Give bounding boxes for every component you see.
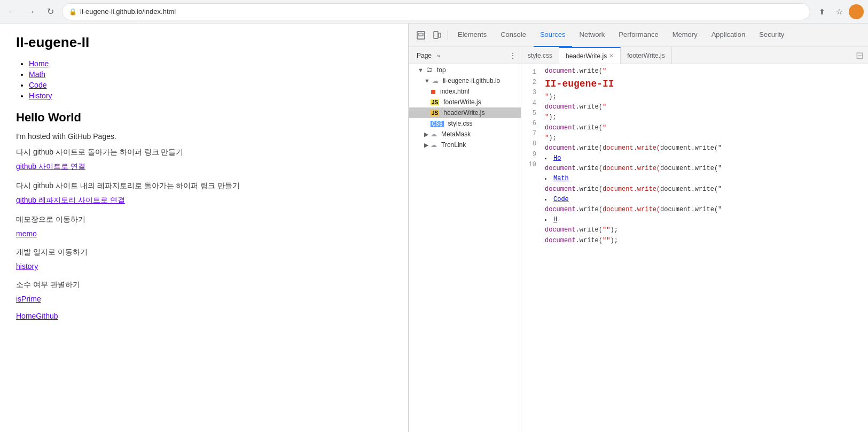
- tab-network[interactable]: Network: [573, 24, 612, 47]
- bookmark-button[interactable]: ☆: [832, 4, 847, 19]
- code-token: document: [545, 124, 576, 132]
- line-number: 7: [521, 129, 536, 139]
- page-paragraph1: I'm hosted with GitHub Pages.: [16, 131, 392, 142]
- nav-link-home[interactable]: Home: [29, 59, 49, 68]
- bottom-block: HomeGithub: [16, 312, 392, 320]
- file-tree-item[interactable]: ▼ 🗂top: [409, 64, 521, 75]
- block3-text: 메모장으로 이동하기: [16, 214, 392, 225]
- reload-button[interactable]: ↻: [43, 4, 58, 19]
- code-line: document.write(document.write(document.w…: [545, 184, 868, 205]
- css-file-icon: CSS: [431, 121, 444, 127]
- block4: 개발 일지로 이동하기 history: [16, 246, 392, 271]
- file-tree-header: Page » ⋮: [409, 47, 521, 64]
- block2-link[interactable]: github 레파지토리 사이트로 연결: [16, 196, 125, 204]
- html-file-icon: ◼: [431, 88, 436, 95]
- devtools-device-button[interactable]: [429, 28, 444, 43]
- nav-link-history[interactable]: History: [29, 91, 52, 100]
- forward-button[interactable]: →: [24, 4, 38, 19]
- block3-link[interactable]: memo: [16, 229, 37, 238]
- section-heading: Hello World: [16, 111, 392, 125]
- editor-tab-headerwrite-js[interactable]: headerWrite.js ✕: [559, 47, 621, 64]
- tab-elements[interactable]: Elements: [451, 24, 493, 47]
- file-name: ii-eugene-ii.github.io: [443, 77, 500, 84]
- file-tree-panel: Page » ⋮ ▼ 🗂top▼ ☁ii-eugene-ii.github.io…: [409, 47, 521, 432]
- block1: 다시 github 사이트로 돌아가는 하이퍼 링크 만들기 github 사이…: [16, 146, 392, 172]
- file-tree-item[interactable]: ▶ ☁MetaMask: [409, 129, 521, 140]
- file-tree-item[interactable]: CSSstyle.css: [409, 118, 521, 129]
- code-token: );: [549, 113, 556, 121]
- folder-box-icon: 🗂: [426, 66, 433, 74]
- cloud-icon: ☁: [432, 77, 439, 84]
- code-token: document: [545, 237, 576, 244]
- file-name: MetaMask: [441, 130, 471, 138]
- lock-icon: 🔒: [69, 8, 77, 16]
- tab-memory[interactable]: Memory: [666, 24, 704, 47]
- folder-icon: ▼: [418, 67, 424, 73]
- editor-tab-style-css[interactable]: style.css: [521, 47, 559, 64]
- code-token: .write(: [576, 67, 603, 75]
- code-token: document: [545, 103, 576, 111]
- code-line: document.write(document.write(document.w…: [545, 143, 868, 164]
- arrow-icon: ▶: [424, 131, 428, 138]
- code-token: .write(: [576, 186, 603, 193]
- code-token: document: [545, 186, 576, 193]
- nav-link-math[interactable]: Math: [29, 70, 45, 79]
- line-number: 4: [521, 98, 536, 109]
- code-token: document: [545, 67, 576, 75]
- file-name: TronLink: [441, 141, 466, 149]
- code-line: document.write(document.write(document.w…: [545, 164, 868, 184]
- block5-link[interactable]: isPrime: [16, 295, 41, 303]
- line-number: 3: [521, 88, 536, 98]
- code-token: );: [549, 93, 556, 101]
- share-button[interactable]: ⬆: [815, 4, 830, 19]
- file-tree-item[interactable]: ▶ ☁TronLink: [409, 140, 521, 150]
- svg-rect-0: [417, 32, 425, 39]
- code-token: document: [545, 226, 576, 234]
- bottom-link[interactable]: HomeGithub: [16, 312, 58, 320]
- code-token: "": [603, 226, 610, 234]
- line-number: 9: [521, 150, 536, 160]
- list-item: History: [29, 91, 392, 100]
- url-text: ii-eugene-ii.github.io/index.html: [80, 7, 176, 16]
- code-lines[interactable]: document.write("II-eugene-II");document.…: [543, 66, 868, 246]
- file-name: style.css: [448, 120, 473, 127]
- tab-sources[interactable]: Sources: [534, 24, 572, 47]
- browser-window: ← → ↻ 🔒 ii-eugene-ii.github.io/index.htm…: [0, 0, 868, 432]
- line-number: 8: [521, 139, 536, 149]
- file-tree-item[interactable]: JSheaderWrite.js: [409, 107, 521, 118]
- block4-link[interactable]: history: [16, 262, 38, 271]
- devtools-body: Page » ⋮ ▼ 🗂top▼ ☁ii-eugene-ii.github.io…: [409, 47, 868, 432]
- file-name: top: [437, 66, 446, 74]
- tab-security[interactable]: Security: [753, 24, 791, 47]
- code-token: );: [610, 226, 617, 234]
- line-number: 5: [521, 109, 536, 119]
- address-bar[interactable]: 🔒 ii-eugene-ii.github.io/index.html: [62, 3, 810, 20]
- expand-editor-icon[interactable]: ⊟: [851, 47, 868, 64]
- back-button[interactable]: ←: [4, 4, 19, 19]
- file-tree-item[interactable]: JSfooterWrite.js: [409, 97, 521, 107]
- profile-avatar[interactable]: [849, 4, 864, 19]
- close-tab-icon[interactable]: ✕: [609, 52, 614, 59]
- code-token: );: [549, 134, 556, 142]
- file-tree-more-button[interactable]: ⋮: [509, 51, 517, 60]
- editor-tabs: style.css headerWrite.js ✕ footerWrite.j…: [521, 47, 868, 64]
- code-token: .write(: [576, 124, 603, 132]
- browser-actions: ⬆ ☆: [815, 4, 864, 19]
- tab-console[interactable]: Console: [494, 24, 533, 47]
- tab-application[interactable]: Application: [705, 24, 752, 47]
- block1-link[interactable]: github 사이트로 연결: [16, 162, 85, 171]
- file-name: headerWrite.js: [443, 109, 484, 117]
- block2: 다시 github 사이트 내의 레파지토리로 돌아가는 하이퍼 링크 만들기 …: [16, 180, 392, 205]
- file-tree-item[interactable]: ▼ ☁ii-eugene-ii.github.io: [409, 75, 521, 86]
- devtools-inspect-button[interactable]: [413, 28, 428, 43]
- editor-tab-footerwrite-js[interactable]: footerWrite.js: [621, 47, 671, 64]
- line-numbers: 12345678910: [521, 66, 543, 246]
- page-tab[interactable]: Page: [413, 51, 435, 60]
- tab-performance[interactable]: Performance: [612, 24, 664, 47]
- code-token: .write(: [576, 144, 603, 152]
- file-tree-item[interactable]: ◼index.html: [409, 86, 521, 97]
- svg-rect-3: [439, 33, 441, 37]
- list-item: Code: [29, 81, 392, 89]
- code-token: document.write(: [603, 144, 660, 152]
- nav-link-code[interactable]: Code: [29, 81, 46, 89]
